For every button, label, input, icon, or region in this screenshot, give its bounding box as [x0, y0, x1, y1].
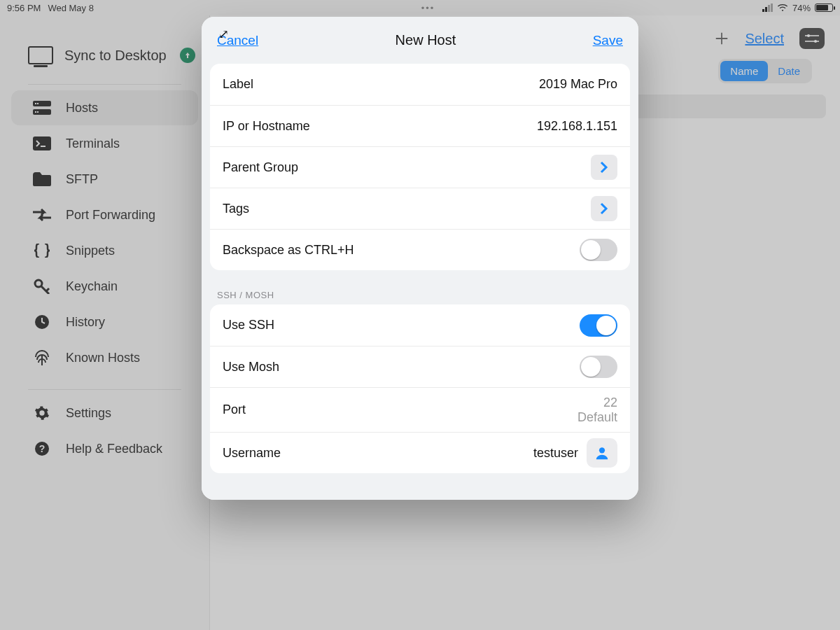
section-heading-ssh: SSH / MOSH	[210, 288, 630, 304]
chevron-right-icon[interactable]	[591, 196, 617, 221]
field-value: 2019 Mac Pro	[539, 77, 617, 92]
field-value: 192.168.1.151	[537, 119, 617, 134]
toggle-use-mosh[interactable]	[580, 356, 617, 378]
field-label: Tags	[223, 202, 249, 216]
field-label: Backspace as CTRL+H	[223, 243, 354, 258]
field-label: Label	[223, 77, 253, 92]
field-label: Use SSH	[223, 318, 274, 332]
row-hostname[interactable]: IP or Hostname 192.168.1.151	[210, 105, 630, 146]
row-tags[interactable]: Tags	[210, 188, 630, 229]
username-value: testuser	[533, 446, 578, 461]
field-label: Port	[223, 402, 246, 417]
field-label: Parent Group	[223, 160, 298, 175]
toggle-backspace[interactable]	[580, 239, 617, 261]
field-label: IP or Hostname	[223, 119, 310, 134]
modal-title: New Host	[258, 32, 593, 48]
row-backspace-ctrlh: Backspace as CTRL+H	[210, 229, 630, 270]
field-label: Username	[223, 446, 281, 461]
resize-icon[interactable]: ⤢	[218, 27, 229, 42]
new-host-modal: ⤢ Cancel New Host Save Label 2019 Mac Pr…	[202, 17, 638, 500]
row-parent-group[interactable]: Parent Group	[210, 146, 630, 188]
save-button[interactable]: Save	[593, 33, 623, 48]
user-picker-button[interactable]	[587, 438, 617, 468]
row-username[interactable]: Username testuser	[210, 432, 630, 473]
row-port[interactable]: Port 22 Default	[210, 387, 630, 432]
row-use-mosh: Use Mosh	[210, 346, 630, 387]
svg-point-16	[599, 447, 605, 453]
row-use-ssh: Use SSH	[210, 304, 630, 346]
field-label: Use Mosh	[223, 360, 279, 374]
toggle-use-ssh[interactable]	[580, 314, 617, 337]
modal-backdrop: ⤢ Cancel New Host Save Label 2019 Mac Pr…	[0, 0, 840, 630]
port-value: 22 Default	[578, 396, 617, 424]
row-label[interactable]: Label 2019 Mac Pro	[210, 64, 630, 105]
chevron-right-icon[interactable]	[591, 155, 617, 180]
